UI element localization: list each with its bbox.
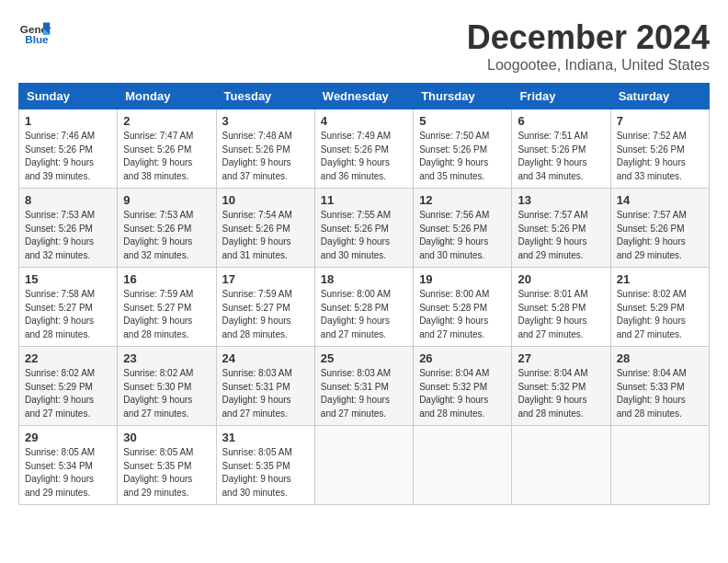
calendar-day: 21Sunrise: 8:02 AM Sunset: 5:29 PM Dayli… <box>610 268 709 347</box>
day-info: Sunrise: 8:05 AM Sunset: 5:35 PM Dayligh… <box>123 446 210 500</box>
day-info: Sunrise: 7:52 AM Sunset: 5:26 PM Dayligh… <box>617 130 703 183</box>
day-info: Sunrise: 7:56 AM Sunset: 5:26 PM Dayligh… <box>419 209 506 262</box>
day-info: Sunrise: 7:57 AM Sunset: 5:26 PM Dayligh… <box>617 209 703 262</box>
calendar-day: 5Sunrise: 7:50 AM Sunset: 5:26 PM Daylig… <box>414 109 512 189</box>
calendar-header: SundayMondayTuesdayWednesdayThursdayFrid… <box>19 84 710 109</box>
day-number: 5 <box>419 114 506 128</box>
day-info: Sunrise: 7:55 AM Sunset: 5:26 PM Dayligh… <box>321 209 407 262</box>
calendar-day: 28Sunrise: 8:04 AM Sunset: 5:33 PM Dayli… <box>610 347 709 426</box>
calendar-day: 31Sunrise: 8:05 AM Sunset: 5:35 PM Dayli… <box>216 426 314 505</box>
day-info: Sunrise: 8:04 AM Sunset: 5:33 PM Dayligh… <box>617 367 703 420</box>
day-header: Sunday <box>19 84 118 109</box>
day-number: 21 <box>617 272 703 286</box>
calendar-day <box>610 426 709 505</box>
calendar-day: 30Sunrise: 8:05 AM Sunset: 5:35 PM Dayli… <box>118 426 216 505</box>
calendar-week: 22Sunrise: 8:02 AM Sunset: 5:29 PM Dayli… <box>19 347 710 426</box>
day-info: Sunrise: 7:51 AM Sunset: 5:26 PM Dayligh… <box>518 130 604 183</box>
day-info: Sunrise: 8:05 AM Sunset: 5:35 PM Dayligh… <box>222 446 309 500</box>
day-number: 27 <box>518 351 604 365</box>
day-info: Sunrise: 7:58 AM Sunset: 5:27 PM Dayligh… <box>25 288 111 341</box>
calendar-day: 19Sunrise: 8:00 AM Sunset: 5:28 PM Dayli… <box>414 268 512 347</box>
day-info: Sunrise: 8:04 AM Sunset: 5:32 PM Dayligh… <box>518 367 604 420</box>
calendar-day: 12Sunrise: 7:56 AM Sunset: 5:26 PM Dayli… <box>414 189 512 268</box>
day-info: Sunrise: 8:03 AM Sunset: 5:31 PM Dayligh… <box>222 367 309 420</box>
calendar-day <box>414 426 512 505</box>
day-number: 31 <box>222 431 309 444</box>
day-number: 8 <box>25 193 111 207</box>
day-info: Sunrise: 7:46 AM Sunset: 5:26 PM Dayligh… <box>25 130 111 183</box>
calendar-day: 20Sunrise: 8:01 AM Sunset: 5:28 PM Dayli… <box>512 268 610 347</box>
day-number: 23 <box>123 351 210 365</box>
day-info: Sunrise: 7:54 AM Sunset: 5:26 PM Dayligh… <box>222 209 309 262</box>
calendar-day: 18Sunrise: 8:00 AM Sunset: 5:28 PM Dayli… <box>314 268 413 347</box>
calendar-day: 29Sunrise: 8:05 AM Sunset: 5:34 PM Dayli… <box>19 426 118 505</box>
day-info: Sunrise: 7:50 AM Sunset: 5:26 PM Dayligh… <box>419 130 506 183</box>
day-number: 22 <box>25 351 111 365</box>
title-area: December 2024 Loogootee, Indiana, United… <box>467 18 710 74</box>
day-number: 15 <box>25 272 111 286</box>
logo: General Blue <box>18 18 51 52</box>
day-number: 18 <box>321 272 407 286</box>
day-info: Sunrise: 8:03 AM Sunset: 5:31 PM Dayligh… <box>321 367 407 420</box>
day-info: Sunrise: 7:57 AM Sunset: 5:26 PM Dayligh… <box>518 209 604 262</box>
day-number: 17 <box>222 272 309 286</box>
day-info: Sunrise: 8:00 AM Sunset: 5:28 PM Dayligh… <box>419 288 506 341</box>
calendar-day: 22Sunrise: 8:02 AM Sunset: 5:29 PM Dayli… <box>19 347 118 426</box>
day-number: 25 <box>321 351 407 365</box>
day-number: 1 <box>25 114 111 128</box>
day-header: Saturday <box>610 84 709 109</box>
day-number: 26 <box>419 351 506 365</box>
location-title: Loogootee, Indiana, United States <box>467 57 710 74</box>
calendar-day: 15Sunrise: 7:58 AM Sunset: 5:27 PM Dayli… <box>19 268 118 347</box>
day-info: Sunrise: 8:01 AM Sunset: 5:28 PM Dayligh… <box>518 288 604 341</box>
calendar-day: 9Sunrise: 7:53 AM Sunset: 5:26 PM Daylig… <box>118 189 216 268</box>
calendar-body: 1Sunrise: 7:46 AM Sunset: 5:26 PM Daylig… <box>19 109 710 505</box>
day-number: 10 <box>222 193 309 207</box>
day-number: 11 <box>321 193 407 207</box>
day-info: Sunrise: 7:47 AM Sunset: 5:26 PM Dayligh… <box>123 130 210 183</box>
calendar-week: 29Sunrise: 8:05 AM Sunset: 5:34 PM Dayli… <box>19 426 710 505</box>
day-info: Sunrise: 8:02 AM Sunset: 5:29 PM Dayligh… <box>617 288 703 341</box>
day-info: Sunrise: 7:53 AM Sunset: 5:26 PM Dayligh… <box>123 209 210 262</box>
calendar-day: 1Sunrise: 7:46 AM Sunset: 5:26 PM Daylig… <box>19 109 118 189</box>
calendar-day: 25Sunrise: 8:03 AM Sunset: 5:31 PM Dayli… <box>314 347 413 426</box>
day-info: Sunrise: 8:04 AM Sunset: 5:32 PM Dayligh… <box>419 367 506 420</box>
day-number: 2 <box>123 114 210 128</box>
day-info: Sunrise: 7:48 AM Sunset: 5:26 PM Dayligh… <box>222 130 309 183</box>
day-header: Wednesday <box>314 84 413 109</box>
day-number: 3 <box>222 114 309 128</box>
calendar-day <box>314 426 413 505</box>
day-number: 20 <box>518 272 604 286</box>
day-number: 12 <box>419 193 506 207</box>
day-info: Sunrise: 8:05 AM Sunset: 5:34 PM Dayligh… <box>25 446 111 500</box>
calendar-day: 4Sunrise: 7:49 AM Sunset: 5:26 PM Daylig… <box>314 109 413 189</box>
day-number: 24 <box>222 351 309 365</box>
day-number: 19 <box>419 272 506 286</box>
day-info: Sunrise: 7:59 AM Sunset: 5:27 PM Dayligh… <box>222 288 309 341</box>
day-info: Sunrise: 7:59 AM Sunset: 5:27 PM Dayligh… <box>123 288 210 341</box>
calendar-week: 8Sunrise: 7:53 AM Sunset: 5:26 PM Daylig… <box>19 189 710 268</box>
day-number: 13 <box>518 193 604 207</box>
day-number: 4 <box>321 114 407 128</box>
calendar-day: 11Sunrise: 7:55 AM Sunset: 5:26 PM Dayli… <box>314 189 413 268</box>
day-number: 30 <box>123 431 210 444</box>
calendar-table: SundayMondayTuesdayWednesdayThursdayFrid… <box>18 83 710 505</box>
day-header: Friday <box>512 84 610 109</box>
calendar-day: 14Sunrise: 7:57 AM Sunset: 5:26 PM Dayli… <box>610 189 709 268</box>
calendar-day: 13Sunrise: 7:57 AM Sunset: 5:26 PM Dayli… <box>512 189 610 268</box>
calendar-day: 17Sunrise: 7:59 AM Sunset: 5:27 PM Dayli… <box>216 268 314 347</box>
calendar-day: 2Sunrise: 7:47 AM Sunset: 5:26 PM Daylig… <box>118 109 216 189</box>
calendar-day: 24Sunrise: 8:03 AM Sunset: 5:31 PM Dayli… <box>216 347 314 426</box>
day-header: Monday <box>118 84 216 109</box>
day-header: Tuesday <box>216 84 314 109</box>
calendar-day: 7Sunrise: 7:52 AM Sunset: 5:26 PM Daylig… <box>610 109 709 189</box>
day-number: 7 <box>617 114 703 128</box>
day-info: Sunrise: 7:49 AM Sunset: 5:26 PM Dayligh… <box>321 130 407 183</box>
day-info: Sunrise: 8:02 AM Sunset: 5:29 PM Dayligh… <box>25 367 111 420</box>
month-title: December 2024 <box>467 18 710 57</box>
day-number: 28 <box>617 351 703 365</box>
day-info: Sunrise: 8:00 AM Sunset: 5:28 PM Dayligh… <box>321 288 407 341</box>
calendar-day: 16Sunrise: 7:59 AM Sunset: 5:27 PM Dayli… <box>118 268 216 347</box>
calendar-day: 8Sunrise: 7:53 AM Sunset: 5:26 PM Daylig… <box>19 189 118 268</box>
calendar-day: 6Sunrise: 7:51 AM Sunset: 5:26 PM Daylig… <box>512 109 610 189</box>
